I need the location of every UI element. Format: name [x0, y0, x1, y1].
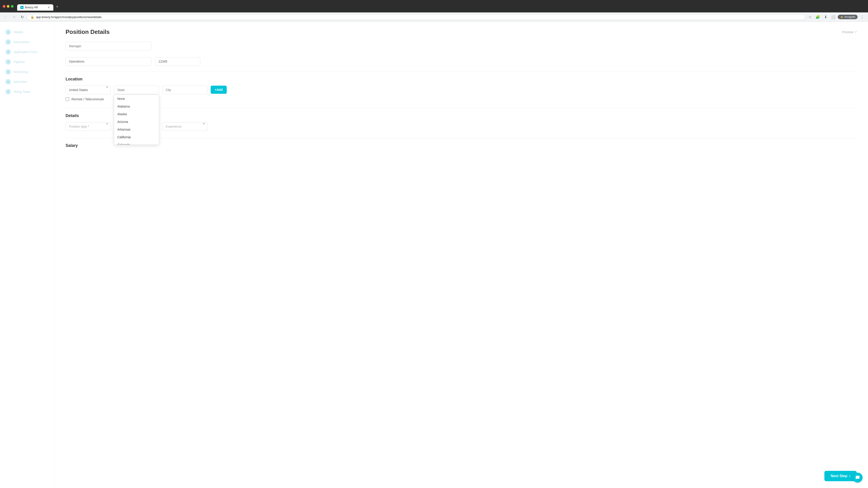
department-row [66, 57, 857, 66]
sidebar-label-details: Details [13, 30, 23, 34]
sidebar-item-application-form[interactable]: 3 Application Form [0, 47, 54, 57]
manager-section [66, 42, 857, 51]
bookmark-icon[interactable]: ☆ [807, 14, 813, 20]
location-section: Location United States Canada United Kin… [66, 77, 857, 101]
sidebar-label-hiring-team: Hiring Team [13, 90, 30, 94]
tab-favicon: B [20, 6, 24, 9]
salary-section: Salary [66, 143, 857, 148]
window-close-btn[interactable] [3, 5, 5, 8]
state-option-colorado[interactable]: Colorado [114, 141, 159, 144]
incognito-badge: 🕵️ Incognito [838, 15, 858, 19]
window-minimize-btn[interactable] [7, 5, 9, 8]
location-row: United States Canada United Kingdom ▼ No… [66, 86, 857, 94]
country-select-wrapper: United States Canada United Kingdom ▼ [66, 86, 111, 94]
url-text: app.breezy.hr/app/c/moodjoy/positions/ne… [36, 15, 101, 19]
toolbar-icons: ☆ 🧩 ⬇ ⬜ 🕵️ Incognito ⋮ [807, 14, 865, 20]
reload-btn[interactable]: ↻ [19, 14, 25, 20]
chat-bubble-btn[interactable] [852, 473, 863, 483]
sidebar-step-4: 4 [5, 59, 11, 65]
menu-icon[interactable]: ⋮ [859, 14, 865, 20]
state-input-wrapper: None Alabama Alaska Arizona Arkansas Cal… [114, 86, 159, 94]
position-type-wrapper: Position type * Full-time Part-time Cont… [66, 122, 111, 131]
page-title: Position Details [66, 29, 110, 35]
country-select[interactable]: United States Canada United Kingdom [66, 86, 111, 94]
sidebar-step-2: 2 [5, 39, 11, 45]
state-dropdown-list: None Alabama Alaska Arizona Arkansas Cal… [114, 95, 159, 144]
req-id-input[interactable] [155, 57, 200, 66]
sidebar-step-6: 6 [5, 79, 11, 85]
lock-icon: 🔒 [31, 15, 34, 19]
sidebar-step-3: 3 [5, 49, 11, 55]
active-tab[interactable]: B Breezy HR ✕ [17, 4, 53, 11]
state-input[interactable] [114, 86, 159, 94]
external-link-icon: ↗ [855, 31, 857, 34]
next-step-label: Next Step [831, 474, 847, 478]
location-title: Location [66, 77, 857, 82]
extensions-icon[interactable]: 🧩 [815, 14, 821, 20]
city-input[interactable] [162, 86, 208, 94]
window-controls [3, 5, 13, 8]
divider-1 [66, 71, 857, 71]
next-step-btn[interactable]: Next Step › [825, 471, 857, 481]
browser-tabs: B Breezy HR ✕ + [16, 2, 865, 11]
address-bar[interactable]: 🔒 app.breezy.hr/app/c/moodjoy/positions/… [27, 14, 805, 20]
forward-btn[interactable]: → [11, 14, 17, 20]
page-header: Position Details Preview ↗ [66, 29, 857, 35]
remote-checkbox[interactable] [66, 97, 69, 101]
browser-chrome: B Breezy HR ✕ + ← → ↻ 🔒 app.breezy.hr/ap… [0, 0, 868, 22]
state-option-alaska[interactable]: Alaska [114, 110, 159, 118]
experience-select[interactable]: Experience 0-1 years 1-3 years 3-5 years… [162, 122, 208, 131]
bottom-bar: Next Step › [825, 471, 857, 481]
sidebar-label-application-form: Application Form [13, 50, 37, 54]
browser-toolbar: ← → ↻ 🔒 app.breezy.hr/app/c/moodjoy/posi… [0, 12, 868, 22]
tab-close-icon[interactable]: ✕ [48, 6, 50, 9]
sidebar-item-hiring-team[interactable]: 7 Hiring Team [0, 87, 54, 97]
sidebar: 1 Details 2 Description 3 Application Fo… [0, 22, 54, 488]
main-content: Position Details Preview ↗ Location Unit… [54, 22, 868, 488]
state-dropdown: None Alabama Alaska Arizona Arkansas Cal… [114, 95, 159, 145]
sidebar-item-description[interactable]: 2 Description [0, 37, 54, 47]
window-maximize-btn[interactable] [11, 5, 13, 8]
remote-label: Remote / Telecommute [71, 97, 104, 101]
sidebar-label-advertise: Advertise [13, 80, 27, 84]
state-option-arizona[interactable]: Arizona [114, 118, 159, 126]
browser-titlebar: B Breezy HR ✕ + [0, 0, 868, 12]
state-option-arkansas[interactable]: Arkansas [114, 126, 159, 133]
manager-input[interactable] [66, 42, 151, 51]
sidebar-label-pipeline: Pipeline [13, 60, 25, 64]
details-title: Details [66, 113, 857, 118]
sidebar-step-1: 1 [5, 29, 11, 35]
next-step-arrow-icon: › [849, 474, 850, 478]
divider-2 [66, 108, 857, 108]
preview-link[interactable]: Preview ↗ [842, 30, 857, 34]
new-tab-btn[interactable]: + [54, 3, 61, 11]
department-input[interactable] [66, 57, 151, 66]
tab-title: Breezy HR [25, 6, 38, 9]
sidebar-item-pipeline[interactable]: 4 Pipeline [0, 57, 54, 67]
salary-title: Salary [66, 143, 857, 148]
sidebar-label-description: Description [13, 40, 29, 44]
experience-wrapper: Experience 0-1 years 1-3 years 3-5 years… [162, 122, 208, 131]
incognito-icon: 🕵️ [840, 15, 843, 19]
sidebar-step-5: 5 [5, 69, 11, 74]
sidebar-label-screening: Screening [13, 70, 28, 74]
remote-row: Remote / Telecommute [66, 97, 857, 101]
state-option-california[interactable]: California [114, 133, 159, 141]
sidebar-item-screening[interactable]: 5 Screening [0, 67, 54, 77]
back-btn[interactable]: ← [3, 14, 9, 20]
details-section: Details Position type * Full-time Part-t… [66, 113, 857, 131]
sidebar-item-details[interactable]: 1 Details [0, 27, 54, 37]
download-icon[interactable]: ⬇ [822, 14, 829, 20]
devices-icon[interactable]: ⬜ [830, 14, 836, 20]
app-layout: 1 Details 2 Description 3 Application Fo… [0, 22, 868, 488]
position-type-select[interactable]: Position type * Full-time Part-time Cont… [66, 122, 111, 131]
preview-label: Preview [842, 30, 853, 34]
sidebar-item-advertise[interactable]: 6 Advertise [0, 77, 54, 87]
add-location-btn[interactable]: +Add [211, 86, 227, 94]
details-row: Position type * Full-time Part-time Cont… [66, 122, 857, 131]
state-option-none[interactable]: None [114, 95, 159, 103]
state-option-alabama[interactable]: Alabama [114, 103, 159, 110]
sidebar-step-7: 7 [5, 89, 11, 94]
chat-icon [855, 475, 860, 480]
